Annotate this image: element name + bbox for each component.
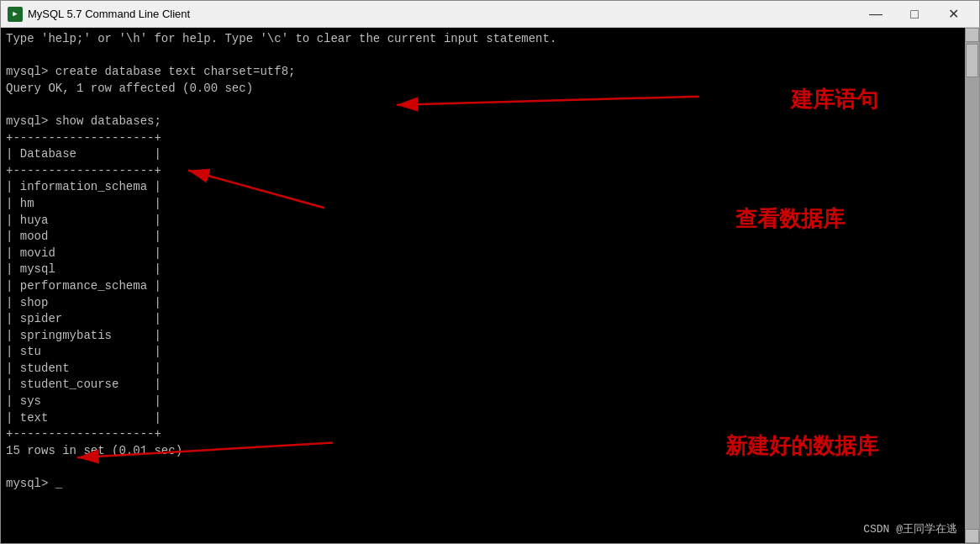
db-row-6: | mysql | [6, 261, 957, 278]
db-row-1: | information_schema | [6, 179, 957, 196]
db-row-15: | text | [6, 410, 957, 427]
prompt-line: mysql> _ [6, 476, 957, 493]
blank-line-1 [6, 48, 957, 65]
db-row-12: | student | [6, 361, 957, 378]
label-jiankuyuju: 建库语句 [791, 85, 878, 114]
create-cmd-line: mysql> create database text charset=utf8… [6, 64, 957, 81]
scrollbar-track[interactable] [965, 42, 979, 529]
blank-line-3 [6, 459, 957, 476]
label-chakandatabase: 查看数据库 [735, 204, 845, 234]
db-row-10: | springmybatis | [6, 328, 957, 345]
db-row-5: | movid | [6, 246, 957, 262]
db-row-9: | spider | [6, 311, 957, 328]
db-row-11: | stu | [6, 344, 957, 361]
db-row-14: | sys | [6, 393, 957, 410]
help-line: Type 'help;' or '\h' for help. Type '\c'… [6, 31, 957, 48]
window-controls: — □ ✕ [856, 1, 972, 28]
label-xinjian: 新建好的数据库 [725, 431, 878, 461]
title-bar: ▶ MySQL 5.7 Command Line Client — □ ✕ [1, 1, 979, 28]
table-header-line: | Database | [6, 146, 957, 163]
terminal-area[interactable]: Type 'help;' or '\h' for help. Type '\c'… [1, 28, 979, 543]
terminal-scrollbar[interactable]: ▲ ▼ [965, 28, 979, 543]
scrollbar-thumb[interactable] [966, 44, 978, 77]
db-row-8: | shop | [6, 295, 957, 312]
scrollbar-down-button[interactable]: ▼ [965, 529, 979, 543]
scrollbar-up-button[interactable]: ▲ [965, 28, 979, 42]
close-button[interactable]: ✕ [934, 1, 972, 28]
window-title: MySQL 5.7 Command Line Client [28, 8, 856, 20]
minimize-button[interactable]: — [856, 1, 895, 28]
db-row-7: | performance_schema | [6, 278, 957, 295]
maximize-button[interactable]: □ [895, 1, 934, 28]
table-top-line: +--------------------+ [6, 130, 957, 147]
show-cmd-line: mysql> show databases; [6, 114, 957, 130]
mysql-window: ▶ MySQL 5.7 Command Line Client — □ ✕ Ty… [0, 0, 980, 544]
app-icon: ▶ [8, 7, 23, 22]
db-row-13: | student_course | [6, 377, 957, 393]
table-sep-line: +--------------------+ [6, 163, 957, 180]
csdn-watermark: CSDN @王同学在逃 [863, 521, 957, 536]
